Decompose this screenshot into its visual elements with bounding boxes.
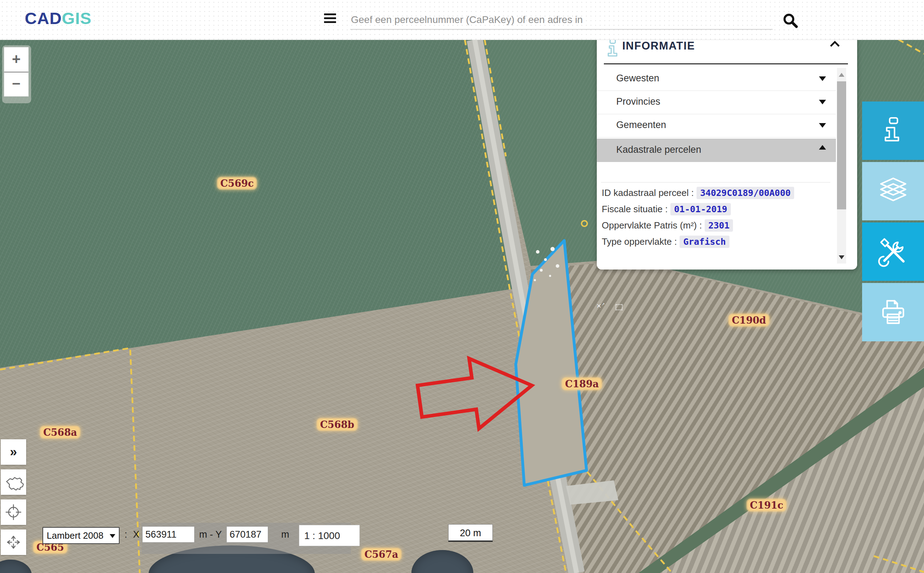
- chevron-up-icon: [819, 145, 826, 150]
- detail-label: ID kadastraal perceel :: [602, 188, 694, 198]
- accordion-label: Kadastrale percelen: [616, 144, 701, 155]
- chevron-down-icon: [819, 77, 826, 85]
- scroll-down-icon[interactable]: [839, 255, 844, 262]
- parcel-label: C568b: [318, 419, 357, 430]
- projection-select[interactable]: Lambert 2008: [42, 527, 119, 544]
- parcel-label: C190d: [730, 315, 769, 326]
- crosshair-icon: [3, 502, 24, 523]
- accordion-label: Gewesten: [616, 73, 659, 84]
- accordion-label: Gemeenten: [616, 119, 666, 130]
- menu-icon[interactable]: [324, 13, 337, 25]
- chevron-down-icon: [819, 100, 826, 108]
- x-label: X: [133, 529, 139, 540]
- logo-gis: GIS: [62, 9, 92, 28]
- tool-sidebar: [862, 102, 924, 343]
- detail-area-type: Type oppervlakte :Grafisch: [602, 236, 730, 250]
- parcel-label: C569c: [218, 178, 256, 189]
- accordion-gewesten[interactable]: Gewesten: [597, 67, 836, 91]
- scale-ratio: 1 : 1000: [299, 525, 360, 546]
- x-coordinate-input[interactable]: [142, 526, 194, 543]
- zoom-control: + –: [2, 45, 31, 103]
- search-input[interactable]: [350, 11, 773, 30]
- detail-value: 01-01-2019: [670, 203, 731, 215]
- accordion-kadastrale-percelen[interactable]: Kadastrale percelen: [597, 139, 836, 162]
- logo-cad: CAD: [25, 9, 62, 28]
- snap-indicator-icon: [615, 304, 623, 310]
- accordion-gemeenten[interactable]: Gemeenten: [597, 114, 836, 138]
- scroll-up-icon[interactable]: [839, 70, 844, 77]
- collapse-panel-icon[interactable]: [830, 40, 840, 47]
- geolocate-button[interactable]: [1, 499, 26, 525]
- detail-parcel-id: ID kadastraal perceel :34029C0189/00A000: [602, 188, 794, 202]
- layers-icon: [876, 175, 910, 208]
- measure-cursor-icon: ✕↗: [597, 302, 605, 310]
- boundary-marker: [581, 221, 587, 226]
- y-coordinate-input[interactable]: [226, 526, 268, 543]
- panel-scrollbar-thumb[interactable]: [837, 81, 846, 210]
- tools-button[interactable]: [862, 222, 924, 281]
- app-logo: CADGIS: [25, 8, 92, 28]
- detail-fiscal-date: Fiscale situatie :01-01-2019: [602, 204, 731, 218]
- app-header: CADGIS: [0, 0, 924, 40]
- panel-title: INFORMATIE: [622, 40, 695, 52]
- detail-area: Oppervlakte Patris (m²) :2301: [602, 220, 733, 234]
- info-icon: [877, 114, 910, 147]
- concrete-strip: [566, 480, 619, 505]
- print-button[interactable]: [862, 283, 924, 341]
- belgium-outline-icon: [3, 472, 24, 492]
- xy-separator-label: m - Y: [199, 529, 222, 540]
- layers-button[interactable]: [862, 162, 924, 220]
- parcel-label: C568a: [41, 427, 79, 438]
- scale-bar: 20 m: [448, 524, 493, 542]
- meters-label: m: [281, 529, 290, 540]
- detail-value: Grafisch: [680, 236, 729, 248]
- printer-icon: [876, 295, 910, 329]
- info-tool-button[interactable]: [862, 102, 924, 160]
- zoom-out-button[interactable]: –: [4, 72, 29, 97]
- divider: [604, 63, 848, 64]
- info-panel: INFORMATIE Gewesten Provincies Gemeenten…: [597, 33, 857, 269]
- detail-label: Type oppervlakte :: [602, 236, 677, 247]
- parcel-label: C191c: [747, 500, 786, 511]
- info-icon: [605, 38, 620, 58]
- parcel-label-selected: C189a: [562, 379, 601, 390]
- detail-value: 2301: [705, 219, 733, 232]
- projection-select-wrap: Lambert 2008: [42, 527, 119, 544]
- detail-label: Fiscale situatie :: [602, 204, 667, 214]
- divider: [601, 182, 830, 183]
- accordion-provincies[interactable]: Provincies: [597, 91, 836, 114]
- detail-value: 34029C0189/00A000: [697, 187, 794, 199]
- tools-icon: [876, 235, 910, 269]
- belgium-extent-button[interactable]: [1, 470, 26, 495]
- chevron-down-icon: [819, 123, 826, 131]
- search-icon[interactable]: [783, 13, 799, 29]
- accordion-label: Provincies: [616, 96, 661, 107]
- detail-label: Oppervlakte Patris (m²) :: [602, 220, 702, 231]
- status-bar: Lambert 2008 : X m - Y m 1 : 1000 20 m: [0, 523, 513, 554]
- expand-toolbar-button[interactable]: »: [1, 439, 26, 465]
- zoom-in-button[interactable]: +: [4, 47, 29, 72]
- colon-label: :: [125, 529, 127, 540]
